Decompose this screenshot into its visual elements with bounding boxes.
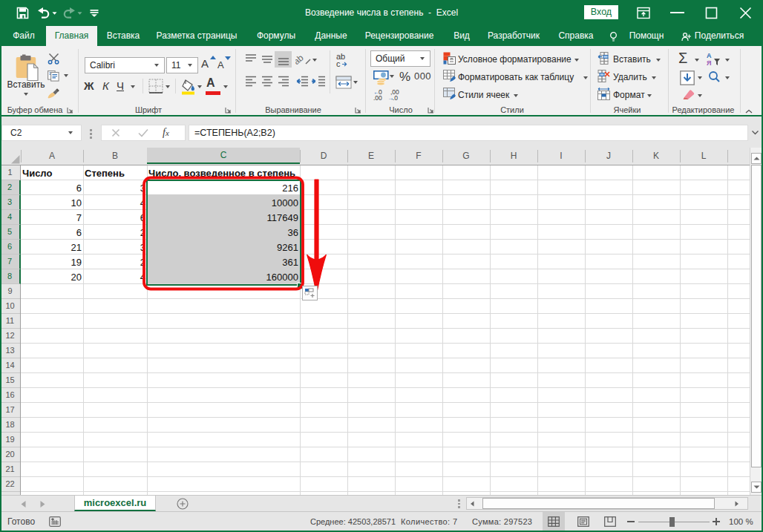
svg-text:,0: ,0 [393,94,398,101]
svg-text:,00: ,00 [373,94,382,101]
svg-text:c: c [336,59,341,68]
svg-text:Я: Я [707,59,711,66]
svg-text:ab: ab [295,53,306,68]
svg-text:А: А [707,52,712,59]
